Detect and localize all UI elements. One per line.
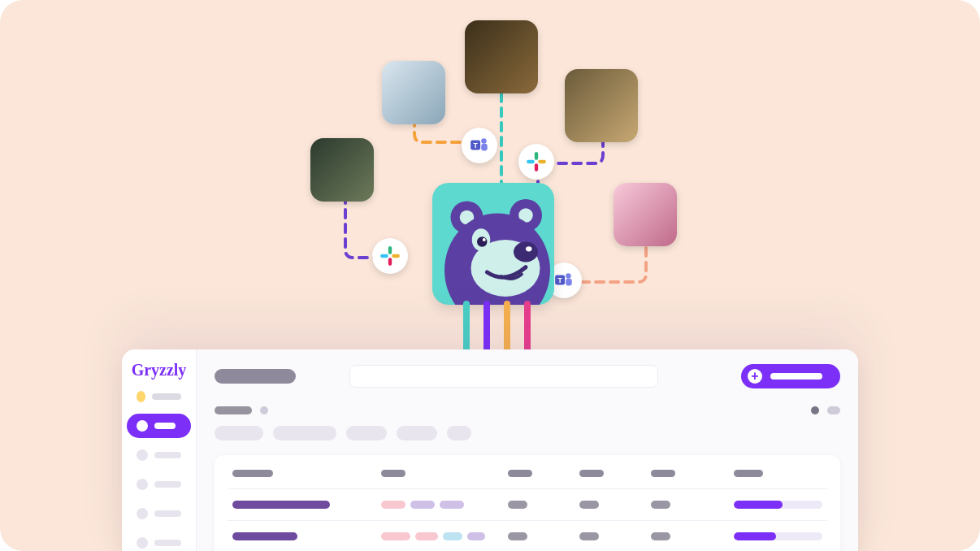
page-title <box>215 369 296 384</box>
svg-rect-7 <box>481 144 488 151</box>
primary-cta-button[interactable]: + <box>741 364 840 388</box>
slack-icon <box>526 151 547 172</box>
svg-rect-10 <box>535 163 538 171</box>
table-row[interactable] <box>228 488 827 520</box>
avatar-2 <box>382 61 445 124</box>
svg-rect-15 <box>566 279 572 286</box>
svg-rect-8 <box>535 152 538 160</box>
filter-chip[interactable] <box>346 426 387 440</box>
table-row[interactable] <box>228 520 827 551</box>
svg-rect-9 <box>538 160 546 163</box>
slack-icon <box>379 245 401 267</box>
avatar-3 <box>465 20 538 93</box>
gryzzly-mascot <box>432 183 554 305</box>
filter-chip[interactable] <box>447 426 471 440</box>
svg-rect-1 <box>392 254 400 258</box>
plus-icon: + <box>748 369 762 384</box>
svg-text:T: T <box>557 276 562 284</box>
slack-badge-2 <box>518 144 554 180</box>
filter-chip[interactable] <box>397 426 437 440</box>
teams-badge-1: T <box>462 128 497 163</box>
svg-rect-2 <box>388 258 392 266</box>
svg-point-26 <box>483 238 486 241</box>
brand-logo: Gryzzly <box>122 349 196 382</box>
svg-text:T: T <box>473 141 478 150</box>
hero-canvas: T T <box>0 0 980 551</box>
sidebar-item-0[interactable] <box>127 384 191 409</box>
svg-point-25 <box>477 236 488 247</box>
svg-point-6 <box>481 138 487 144</box>
search-input[interactable] <box>349 365 658 388</box>
sidebar-item-4[interactable] <box>127 501 191 526</box>
integration-network: T T <box>301 20 691 349</box>
svg-point-14 <box>566 273 571 279</box>
avatar-4 <box>565 69 638 142</box>
data-table <box>215 455 840 551</box>
avatar-1 <box>310 138 374 202</box>
table-header <box>228 470 827 488</box>
svg-point-23 <box>526 246 532 251</box>
svg-rect-3 <box>380 254 388 258</box>
sidebar-item-1[interactable] <box>127 414 191 438</box>
filter-chip[interactable] <box>215 426 263 440</box>
filter-chips <box>215 426 840 440</box>
teams-icon: T <box>469 135 490 156</box>
avatar-5 <box>614 183 677 246</box>
sidebar-item-2[interactable] <box>127 443 191 467</box>
sidebar-item-5[interactable] <box>127 531 191 551</box>
sidebar-item-3[interactable] <box>127 472 191 497</box>
slack-badge-1 <box>372 238 408 274</box>
dashboard-window: Gryzzly + <box>122 349 858 551</box>
sub-header <box>215 406 840 414</box>
sidebar: Gryzzly <box>122 349 197 551</box>
cta-label <box>770 373 822 380</box>
topbar: + <box>215 364 840 388</box>
svg-rect-11 <box>527 160 535 163</box>
main-panel: + <box>197 349 858 551</box>
filter-chip[interactable] <box>273 426 336 440</box>
svg-point-22 <box>514 242 538 262</box>
teams-icon: T <box>553 270 575 291</box>
svg-rect-0 <box>388 246 392 254</box>
